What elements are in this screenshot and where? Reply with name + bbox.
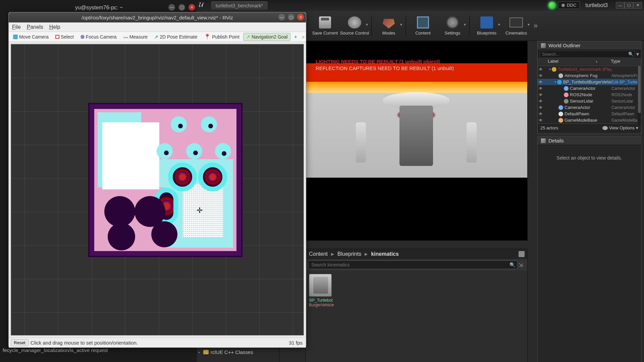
toolbar-overflow-icon[interactable]: » (531, 21, 540, 30)
rviz-titlebar[interactable]: /opt/ros/foxy/share/nav2_bringup/rviz/na… (9, 12, 306, 22)
rviz-maximize[interactable]: ▢ (288, 14, 294, 20)
details-placeholder: Select an object to view details. (538, 155, 641, 161)
breadcrumb-item[interactable]: Content (309, 251, 328, 257)
move-camera-tool[interactable]: Move Camera (10, 33, 52, 41)
status-hint: Click and drag mouse to set position/ori… (31, 340, 138, 346)
search-icon: 🔍 (628, 52, 634, 57)
outliner-options-icon[interactable]: ▾ (636, 51, 639, 57)
select-icon (55, 35, 59, 39)
toolbar-overflow[interactable]: » (302, 34, 305, 40)
actor-icon (564, 93, 569, 97)
source-control-button[interactable]: Source Control▼ (340, 13, 369, 39)
blueprints-button[interactable]: Blueprints▼ (472, 13, 501, 39)
modes-button[interactable]: Modes▼ (374, 13, 404, 39)
actor-count: 25 actors (540, 125, 558, 130)
turtlebot-mesh (376, 92, 457, 186)
ue-tabbar: 𝓤 turtlebot3_benchmark* DDC turtlebot3 —… (196, 0, 644, 11)
details-panel: Details Select an object to view details… (537, 136, 641, 362)
terminal-maximize[interactable]: ▢ (178, 4, 185, 11)
nav2-goal-tool[interactable]: ↗Navigation2 Goal (243, 33, 290, 41)
asset-thumbnail (309, 274, 332, 297)
outliner-search-input[interactable] (540, 51, 635, 58)
outliner-row[interactable]: 👁SensorLidarSensorLidar (538, 98, 641, 104)
cube-icon (541, 43, 546, 48)
reset-button[interactable]: Reset (11, 339, 29, 346)
visibility-icon[interactable]: 👁 (538, 93, 544, 97)
actor-icon (564, 86, 569, 91)
cinematics-button[interactable]: Cinematics▼ (501, 13, 531, 39)
rviz-minimize[interactable]: — (278, 14, 285, 20)
outliner-row[interactable]: 👁DefaultPawnDefaultPawn (538, 111, 641, 117)
breadcrumb[interactable]: Content▶ Blueprints▶ kinematics (306, 249, 527, 259)
save-all-icon[interactable] (519, 251, 525, 257)
outliner-row[interactable]: 👁Atmospheric FogAtmosphericFog (538, 72, 641, 79)
visibility-icon[interactable]: 👁 (538, 67, 544, 72)
publish-point-tool[interactable]: 📍Publish Point (201, 32, 243, 41)
menu-panels[interactable]: Panels (27, 24, 43, 30)
visibility-icon[interactable]: 👁 (538, 105, 544, 110)
terminal-minimize[interactable]: — (168, 4, 175, 11)
unreal-logo-icon: 𝓤 (199, 1, 208, 10)
costmap-visualization: ✛ (88, 103, 243, 257)
content-button[interactable]: Content (408, 13, 438, 39)
visibility-icon[interactable]: 👁 (538, 118, 544, 123)
ue-maximize[interactable]: ▢ (625, 2, 633, 9)
outliner-row[interactable]: 👁▾BP_TurtlebotBurgerVehicleEdit BP_Turtl… (538, 79, 641, 85)
visibility-icon[interactable]: 👁 (538, 86, 544, 91)
arrow-icon: ↗ (154, 34, 158, 40)
asset-item[interactable]: BP_Turtlebot BurgerVehicle (309, 274, 333, 307)
filter-icon[interactable]: ⇲ (519, 262, 525, 268)
rviz-toolbar: Move Camera Select Focus Camera Measure … (9, 32, 306, 42)
outliner-row[interactable]: 👁GameModeBaseGameModeBase (538, 117, 641, 123)
level-viewport[interactable]: LIGHTING NEEDS TO BE REBUILT (1 unbuilt … (305, 41, 528, 241)
content-browser: Content▶ Blueprints▶ kinematics 🔍 ⇲ BP_T… (305, 249, 528, 362)
settings-button[interactable]: Settings▼ (438, 13, 467, 39)
actor-icon (557, 80, 562, 84)
actor-icon (558, 73, 563, 78)
actor-icon (558, 105, 563, 110)
ue-minimize[interactable]: — (616, 2, 625, 9)
outliner-row[interactable]: 👁ROS2NodeROS2Node (538, 92, 641, 98)
visibility-icon[interactable]: 👁 (538, 73, 544, 78)
visibility-icon[interactable]: 👁 (538, 80, 544, 84)
ddc-button[interactable]: DDC (558, 1, 580, 9)
rviz-statusbar: Reset Click and drag mouse to set positi… (9, 338, 306, 348)
actor-icon (552, 67, 556, 72)
details-tab[interactable]: Details (538, 136, 641, 145)
focus-camera-tool[interactable]: Focus Camera (77, 33, 120, 41)
visibility-icon[interactable]: 👁 (538, 99, 544, 104)
save-current-button[interactable]: Save Current (310, 13, 340, 39)
outliner-row[interactable]: 👁CameraActorCameraActor (538, 85, 641, 92)
content-search-input[interactable] (308, 260, 518, 269)
menu-help[interactable]: Help (49, 24, 60, 30)
pose-estimate-tool[interactable]: ↗2D Pose Estimate (151, 33, 200, 41)
robot-pose-marker: ✛ (197, 206, 203, 215)
ue-close[interactable]: ✕ (633, 2, 642, 9)
outliner-scrollbar[interactable] (638, 66, 641, 125)
search-icon: 🔍 (509, 262, 515, 267)
measure-tool[interactable]: Measure (120, 33, 151, 41)
project-name: turtlebot3 (585, 2, 608, 8)
breadcrumb-item[interactable]: kinematics (371, 251, 399, 257)
goal-icon: ↗ (246, 34, 250, 40)
world-outliner: World Outliner 🔍▾ Label▴Type 👁▾Turtlebot… (537, 41, 641, 134)
outliner-view-options[interactable]: View Options ▾ (602, 125, 638, 130)
rviz-close[interactable]: ✕ (297, 14, 304, 20)
outliner-tab[interactable]: World Outliner (538, 41, 641, 50)
actor-icon (558, 112, 563, 116)
menu-file[interactable]: File (12, 24, 21, 30)
visibility-icon[interactable]: 👁 (538, 112, 544, 116)
outliner-row[interactable]: 👁▾Turtlebot3_benchmark (Play World) (538, 66, 641, 72)
details-icon (541, 138, 546, 143)
lighting-warning: LIGHTING NEEDS TO BE REBUILT (1 unbuilt … (316, 59, 440, 64)
add-tool-button[interactable]: + (291, 33, 300, 41)
outliner-row[interactable]: 👁CameraActorCameraActor (538, 104, 641, 111)
move-icon (13, 35, 18, 39)
rviz-3d-view[interactable]: ✛ (11, 44, 304, 336)
breadcrumb-item[interactable]: Blueprints (337, 251, 361, 257)
compile-status-icon[interactable] (548, 2, 556, 9)
select-tool[interactable]: Select (52, 33, 77, 41)
level-tab[interactable]: turtlebot3_benchmark* (211, 1, 268, 10)
rviz-window: /opt/ros/foxy/share/nav2_bringup/rviz/na… (8, 12, 306, 347)
terminal-close[interactable]: ✕ (189, 4, 195, 11)
